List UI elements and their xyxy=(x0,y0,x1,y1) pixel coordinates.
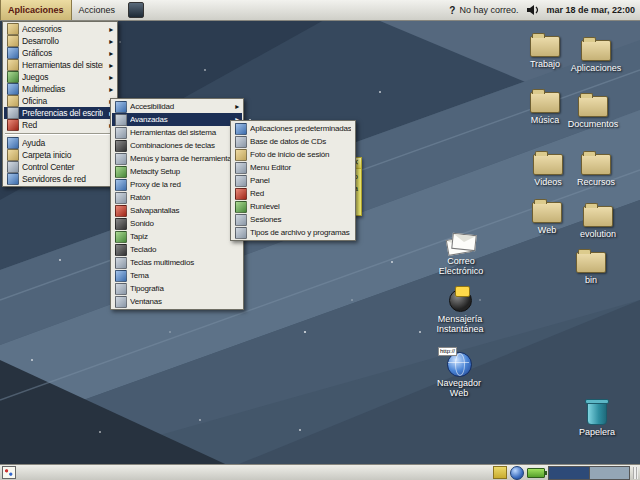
instant-messenger-icon xyxy=(445,286,475,312)
menu-item-accesorios[interactable]: Accesorios xyxy=(4,23,116,35)
folder-icon xyxy=(578,96,608,117)
keybindings-icon xyxy=(115,140,127,152)
workspace-switcher[interactable] xyxy=(548,466,630,480)
desktop-icon-papelera[interactable]: Papelera xyxy=(565,402,629,437)
http-chip: http:// xyxy=(438,347,457,356)
folder-icon xyxy=(576,252,606,273)
folder-icon xyxy=(581,40,611,61)
login-photo-icon xyxy=(235,149,247,161)
menu-item-control-center[interactable]: Control Center xyxy=(4,161,116,173)
keyboard-indicator-icon[interactable] xyxy=(493,466,507,479)
applications-menu-button[interactable]: Aplicaciones xyxy=(0,0,72,20)
window-list[interactable] xyxy=(19,467,490,479)
submenu-arrow-icon xyxy=(106,72,113,82)
workspace-2[interactable] xyxy=(590,467,630,479)
menu-separator xyxy=(5,133,115,135)
menu-item-multimedias[interactable]: Multimedias xyxy=(4,83,116,95)
panel-drag-handle[interactable] xyxy=(633,467,638,479)
mail-unknown-icon: ? xyxy=(449,5,455,16)
menu-item-menus-barras[interactable]: Menús y barra de herramientas xyxy=(112,152,242,165)
menu-item-foto-inicio-sesion[interactable]: Foto de inicio de sesión xyxy=(232,148,354,161)
menu-item-salvapantallas[interactable]: Salvapantallas xyxy=(112,204,242,217)
menu-item-panel[interactable]: Panel xyxy=(232,174,354,187)
mouse-icon xyxy=(115,192,127,204)
menu-item-teclas-multimedios[interactable]: Teclas multimedios xyxy=(112,256,242,269)
menu-item-carpeta-inicio[interactable]: Carpeta inicio xyxy=(4,149,116,161)
menu-item-servidores-red[interactable]: Servidores de red xyxy=(4,173,116,185)
menu-item-tapiz[interactable]: Tapiz xyxy=(112,230,242,243)
sessions-icon xyxy=(235,214,247,226)
menu-item-proxy-red[interactable]: Proxy de la red xyxy=(112,178,242,191)
menu-item-aplicaciones-predeterminadas[interactable]: Aplicaciones predeterminadas xyxy=(232,122,354,135)
battery-icon[interactable] xyxy=(527,468,545,478)
desktop-icon-navegador[interactable]: http:// Navegador Web xyxy=(427,348,491,399)
folder-icon xyxy=(530,92,560,113)
menu-editor-icon xyxy=(235,162,247,174)
actions-menu-button[interactable]: Acciones xyxy=(72,0,123,20)
submenu-arrow-icon xyxy=(106,24,113,34)
menu-item-teclado[interactable]: Teclado xyxy=(112,243,242,256)
desktop[interactable]: Trabajo Aplicaciones Música Documentos V… xyxy=(0,0,640,480)
multimedia-keys-icon xyxy=(115,257,127,269)
default-applications-icon xyxy=(235,123,247,135)
trash-icon xyxy=(587,402,607,425)
desktop-icon-recursos[interactable]: Recursos xyxy=(564,154,628,187)
menu-item-menu-editor[interactable]: Menu Editor xyxy=(232,161,354,174)
menu-item-oficina[interactable]: Oficina xyxy=(4,95,116,107)
menu-item-tipografia[interactable]: Tipografía xyxy=(112,282,242,295)
menu-item-metacity-setup[interactable]: Metacity Setup xyxy=(112,165,242,178)
desktop-icon-correo[interactable]: Correo Electrónico xyxy=(429,232,493,277)
menu-item-herramientas-sistema[interactable]: Herramientas del sistema xyxy=(4,59,116,71)
folder-icon xyxy=(533,154,563,175)
terminal-launcher-icon[interactable] xyxy=(128,2,144,18)
menu-item-tema[interactable]: Tema xyxy=(112,269,242,282)
clock[interactable]: mar 18 de mar, 22:00 xyxy=(546,5,635,15)
games-icon xyxy=(7,71,19,83)
menu-item-base-datos-cds[interactable]: Base de datos de CDs xyxy=(232,135,354,148)
desktop-icon-aplicaciones[interactable]: Aplicaciones xyxy=(564,40,628,73)
menu-item-desarrollo[interactable]: Desarrollo xyxy=(4,35,116,47)
multimedia-icon xyxy=(7,83,19,95)
menu-item-red[interactable]: Red xyxy=(4,119,116,131)
menu-item-preferencias-escritorio[interactable]: Preferencias del escritorio xyxy=(4,107,116,119)
menu-item-juegos[interactable]: Juegos xyxy=(4,71,116,83)
network-servers-icon xyxy=(7,173,19,185)
menu-item-runlevel[interactable]: Runlevel xyxy=(232,200,354,213)
mail-status-text: No hay correo. xyxy=(459,5,518,15)
font-icon xyxy=(115,283,127,295)
desktop-preferences-icon xyxy=(7,107,19,119)
sticky-notes-applet-icon[interactable] xyxy=(2,466,16,479)
menu-item-red-avanzadas[interactable]: Red xyxy=(232,187,354,200)
volume-icon[interactable] xyxy=(526,4,540,16)
desktop-icon-mensajeria[interactable]: Mensajería Instantánea xyxy=(424,286,496,335)
help-icon xyxy=(7,137,19,149)
folder-icon xyxy=(581,154,611,175)
windows-icon xyxy=(115,296,127,308)
menu-item-combinaciones-teclas[interactable]: Combinaciones de teclas xyxy=(112,139,242,152)
desktop-icon-bin[interactable]: bin xyxy=(559,252,623,285)
menu-item-accesibilidad[interactable]: Accesibilidad xyxy=(112,100,242,113)
applications-menu: Accesorios Desarrollo Gráficos Herramien… xyxy=(2,21,118,187)
workspace-1[interactable] xyxy=(549,467,590,479)
menu-item-ventanas[interactable]: Ventanas xyxy=(112,295,242,308)
desktop-icon-documentos[interactable]: Documentos xyxy=(561,96,625,129)
mail-check-applet[interactable]: ? No hay correo. xyxy=(449,5,518,16)
wallpaper-icon xyxy=(115,231,127,243)
menu-item-raton[interactable]: Ratón xyxy=(112,191,242,204)
control-center-icon xyxy=(7,161,19,173)
desktop-icon-evolution[interactable]: evolution xyxy=(566,206,630,239)
submenu-arrow-icon xyxy=(106,36,113,46)
screensaver-icon xyxy=(115,205,127,217)
development-icon xyxy=(7,35,19,47)
system-tools-icon xyxy=(115,127,127,139)
network-monitor-icon[interactable] xyxy=(510,466,524,480)
menu-item-avanzadas[interactable]: Avanzadas xyxy=(112,113,242,126)
menu-item-tipos-archivo[interactable]: Tipos de archivo y programas xyxy=(232,226,354,239)
mail-icon xyxy=(447,232,475,254)
metacity-icon xyxy=(115,166,127,178)
menu-item-graficos[interactable]: Gráficos xyxy=(4,47,116,59)
menu-item-ayuda[interactable]: Ayuda xyxy=(4,137,116,149)
menu-item-herramientas-sistema-pref[interactable]: Herramientas del sistema xyxy=(112,126,242,139)
menu-item-sesiones[interactable]: Sesiones xyxy=(232,213,354,226)
menu-item-sonido[interactable]: Sonido xyxy=(112,217,242,230)
